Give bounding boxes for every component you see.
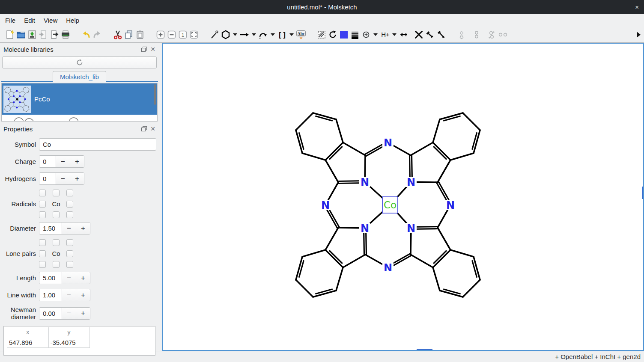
length-value[interactable]: 5.00 [39, 272, 62, 284]
arrow-tool-dropdown[interactable] [252, 33, 256, 36]
radical-checkbox[interactable] [53, 211, 60, 218]
canvas-hscroll-handle[interactable] [417, 349, 432, 350]
zoom-fit-button[interactable] [188, 29, 200, 41]
newman-decrement-button[interactable]: − [62, 308, 76, 319]
line-width-decrement-button[interactable]: − [62, 289, 76, 301]
symbol-input[interactable] [39, 138, 156, 151]
diameter-increment-button[interactable]: + [76, 223, 90, 234]
rotate-tool-button[interactable] [327, 29, 338, 41]
properties-close-icon[interactable]: ✕ [150, 125, 155, 132]
draw-bond-button[interactable] [209, 29, 220, 41]
charge-tool-button[interactable] [361, 29, 372, 41]
mechanics-flip-1-button[interactable] [424, 29, 435, 41]
drawing-canvas[interactable]: NNNNNNNNCo [162, 43, 644, 351]
charge-increment-button[interactable]: + [70, 156, 84, 167]
lone-pair-checkbox[interactable] [66, 250, 73, 257]
hydrogens-increment-button[interactable]: + [70, 173, 84, 184]
library-item-partial[interactable] [2, 115, 157, 122]
charge-tool-dropdown[interactable] [373, 33, 378, 36]
redo-button[interactable] [92, 29, 103, 41]
radical-checkbox[interactable] [66, 201, 73, 208]
curved-arrow-tool-button[interactable] [258, 29, 269, 41]
line-width-increment-button[interactable]: + [76, 289, 90, 301]
window-close-button[interactable]: × [635, 0, 639, 14]
ring-tool-button[interactable] [220, 29, 231, 41]
print-button[interactable] [60, 29, 71, 41]
canvas-vscroll-handle[interactable] [642, 187, 643, 199]
charge-value[interactable]: 0 [39, 156, 56, 167]
lone-pair-checkbox[interactable] [39, 239, 46, 246]
menu-file[interactable]: File [1, 15, 20, 26]
lone-pair-checkbox[interactable] [66, 239, 73, 246]
newman-increment-button[interactable]: + [76, 308, 90, 319]
cut-button[interactable] [112, 29, 123, 41]
length-increment-button[interactable]: + [76, 272, 90, 284]
mechanics-flip-2-button[interactable] [435, 29, 447, 41]
bracket-tool-button[interactable]: [ ] [277, 29, 288, 41]
radical-checkbox[interactable] [66, 211, 73, 218]
undo-button[interactable] [80, 29, 92, 41]
lone-pair-checkbox[interactable] [53, 239, 60, 246]
radical-checkbox[interactable] [53, 190, 60, 196]
flip-hammer-1-icon [425, 30, 435, 40]
radical-checkbox[interactable] [39, 190, 46, 196]
curved-arrow-tool-dropdown[interactable] [271, 33, 275, 36]
line-width-button[interactable] [349, 29, 361, 41]
zoom-original-button[interactable]: 1 [177, 29, 188, 41]
reaction-tool-2-button[interactable] [471, 29, 482, 41]
new-file-button[interactable] [4, 29, 15, 41]
zoom-in-button[interactable] [155, 29, 166, 41]
copy-button[interactable] [123, 29, 134, 41]
coord-x-value[interactable]: 547.896 [7, 337, 48, 348]
menu-edit[interactable]: Edit [20, 15, 39, 26]
tab-molsketch-lib[interactable]: Molsketch_lib [53, 71, 106, 82]
svg-text:N: N [361, 176, 369, 188]
ring-tool-dropdown[interactable] [233, 33, 237, 36]
reaction-tool-4-button[interactable] [497, 29, 508, 41]
diameter-decrement-button[interactable]: − [62, 223, 76, 234]
libraries-float-icon[interactable] [141, 47, 147, 52]
selection-tool-button[interactable] [316, 29, 327, 41]
export-button[interactable] [49, 29, 60, 41]
lone-pair-checkbox[interactable] [53, 261, 60, 268]
diameter-value[interactable]: 1.50 [39, 223, 62, 234]
properties-float-icon[interactable] [141, 126, 147, 131]
dock-splitter[interactable] [159, 43, 162, 351]
refresh-libraries-button[interactable] [2, 56, 157, 68]
radical-checkbox[interactable] [39, 211, 46, 218]
hydrogen-tool-dropdown[interactable] [392, 33, 397, 36]
coord-y-value[interactable]: -35.4075 [48, 337, 89, 348]
length-decrement-button[interactable]: − [62, 272, 76, 284]
menu-view[interactable]: View [39, 15, 62, 26]
newman-diameter-value[interactable]: 0.00 [39, 308, 62, 319]
library-list-scrollbar[interactable] [154, 84, 156, 105]
import-button[interactable] [38, 29, 49, 41]
toolbar-overflow-button[interactable] [633, 29, 644, 41]
menu-help[interactable]: Help [62, 15, 83, 26]
arrow-tool-button[interactable] [239, 29, 250, 41]
hydrogen-tool-button[interactable]: H+ [379, 29, 391, 41]
radical-checkbox[interactable] [66, 190, 73, 196]
lone-pair-checkbox[interactable] [39, 250, 46, 257]
charge-decrement-button[interactable]: − [56, 156, 70, 167]
line-width-value[interactable]: 1.00 [39, 289, 62, 301]
reaction-tool-3-button[interactable] [486, 29, 497, 41]
library-item-pcco[interactable]: PcCo [2, 83, 157, 115]
lone-pair-checkbox[interactable] [39, 261, 46, 268]
color-picker-button[interactable] [338, 29, 349, 41]
hydrogen-arrow-button[interactable] [398, 29, 409, 41]
text-tool-button[interactable]: Abc [295, 29, 307, 41]
bracket-tool-dropdown[interactable] [289, 33, 294, 36]
delete-tool-button[interactable] [413, 29, 424, 41]
radical-checkbox[interactable] [39, 201, 46, 208]
hydrogens-decrement-button[interactable]: − [56, 173, 70, 184]
reaction-tool-1-button[interactable] [456, 29, 467, 41]
libraries-close-icon[interactable]: ✕ [150, 46, 155, 53]
save-button[interactable] [27, 29, 38, 41]
zoom-out-button[interactable] [166, 29, 177, 41]
hydrogens-value[interactable]: 0 [39, 173, 56, 184]
lone-pair-checkbox[interactable] [66, 261, 73, 268]
open-file-button[interactable] [15, 29, 27, 41]
paste-button[interactable] [134, 29, 146, 41]
molecule-svg[interactable]: NNNNNNNNCo [163, 44, 643, 350]
